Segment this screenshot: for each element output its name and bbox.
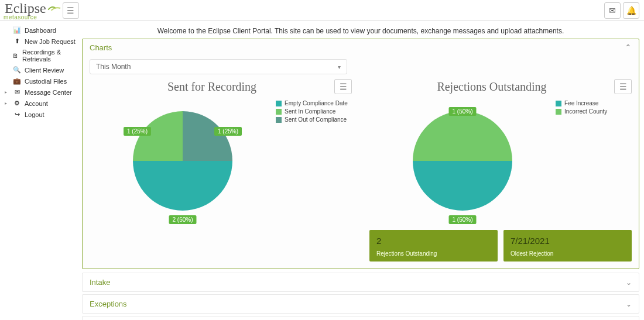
chevron-right-icon: ▸ xyxy=(5,90,8,95)
legend-label: Sent Out of Compliance xyxy=(285,116,347,123)
sidebar: 📊 Dashboard ⬆ New Job Request 🗎 Recordin… xyxy=(0,21,82,320)
charts-panel-header[interactable]: Charts ⌃ xyxy=(83,39,639,56)
pie-svg xyxy=(413,111,512,211)
dropdown-selected-label: This Month xyxy=(96,63,131,71)
legend-label: Incorrect County xyxy=(564,108,607,115)
legend-label: Fee Increase xyxy=(564,100,598,106)
sidebar-item-account[interactable]: ▸ ⚙ Account xyxy=(2,98,80,109)
chart-sent-for-recording: Sent for Recording ☰ xyxy=(90,79,352,261)
welcome-text: Welcome to the Eclipse Client Portal. Th… xyxy=(82,21,639,39)
main-content: Welcome to the Eclipse Client Portal. Th… xyxy=(82,21,644,320)
sidebar-item-logout[interactable]: ↪ Logout xyxy=(2,109,80,120)
stat-card-rejections-outstanding: 2 Rejections Outstanding xyxy=(369,230,498,261)
chart-legend: Empty Compliance Date Sent In Compliance… xyxy=(276,97,352,125)
messages-button[interactable]: ✉ xyxy=(604,2,621,19)
accordion-title: Exceptions xyxy=(90,300,127,308)
stat-value: 7/21/2021 xyxy=(511,236,625,246)
slice-label: 1 (25%) xyxy=(124,127,151,136)
accordion-exceptions[interactable]: Exceptions ⌄ xyxy=(82,294,639,314)
pie-svg xyxy=(133,111,232,211)
slice-label: 1 (25%) xyxy=(214,127,242,136)
legend-swatch xyxy=(276,101,282,106)
stat-card-oldest-rejection: 7/21/2021 Oldest Rejection xyxy=(503,230,632,261)
legend-item: Empty Compliance Date xyxy=(276,100,352,106)
stat-label: Rejections Outstanding xyxy=(376,250,491,257)
legend-label: Sent In Compliance xyxy=(285,108,335,115)
notifications-button[interactable]: 🔔 xyxy=(623,2,639,19)
envelope-icon: ✉ xyxy=(13,88,21,96)
panel-title: Charts xyxy=(90,43,112,52)
gear-icon: ⚙ xyxy=(13,99,21,107)
logo: Eclipse metasource xyxy=(5,1,63,20)
envelope-icon: ✉ xyxy=(609,6,616,15)
sidebar-item-label: Account xyxy=(25,100,48,107)
document-icon: 🗎 xyxy=(12,52,19,59)
legend-swatch xyxy=(556,109,561,115)
chart-legend: Fee Increase Incorrect County xyxy=(556,97,632,116)
legend-item: Sent Out of Compliance xyxy=(276,116,352,123)
accordion-title: Intake xyxy=(90,278,110,287)
chart-menu-button[interactable]: ☰ xyxy=(614,79,632,94)
legend-swatch xyxy=(556,101,561,106)
chart-title: Sent for Recording xyxy=(90,80,334,94)
hamburger-icon: ☰ xyxy=(340,82,347,91)
stat-value: 2 xyxy=(376,236,491,246)
chevron-down-icon: ⌄ xyxy=(626,278,632,287)
topbar: Eclipse metasource ☰ ✉ 🔔 xyxy=(0,0,644,21)
sidebar-item-label: Client Review xyxy=(25,67,64,74)
legend-swatch xyxy=(276,117,282,123)
sidebar-item-label: Custodial Files xyxy=(25,78,67,85)
accordion-completed[interactable]: Completed ⌄ xyxy=(82,316,639,320)
logo-swoosh-icon xyxy=(47,4,63,13)
chart-menu-button[interactable]: ☰ xyxy=(334,79,352,94)
legend-swatch xyxy=(276,109,282,115)
hamburger-icon: ☰ xyxy=(67,6,74,15)
charts-panel: Charts ⌃ This Month ▾ Sent for Recording xyxy=(82,39,639,269)
stat-label: Oldest Rejection xyxy=(511,250,625,257)
sidebar-item-label: Dashboard xyxy=(25,27,56,34)
time-range-dropdown[interactable]: This Month ▾ xyxy=(90,59,347,74)
legend-item: Fee Increase xyxy=(556,100,632,106)
chart-title: Rejections Outstanding xyxy=(369,80,614,94)
chevron-up-icon: ⌃ xyxy=(625,43,632,52)
pie-chart: 1 (50%) 1 (50%) xyxy=(369,97,556,225)
sidebar-item-custodial-files[interactable]: 💼 Custodial Files xyxy=(2,75,80,87)
sidebar-item-recordings[interactable]: 🗎 Recordings & Retrievals xyxy=(2,47,80,64)
search-icon: 🔍 xyxy=(13,66,21,74)
briefcase-icon: 💼 xyxy=(13,77,21,85)
bar-chart-icon: 📊 xyxy=(13,26,21,34)
legend-label: Empty Compliance Date xyxy=(285,100,348,106)
slice-label: 1 (50%) xyxy=(448,107,476,116)
sidebar-item-client-review[interactable]: 🔍 Client Review xyxy=(2,64,80,75)
sidebar-item-label: New Job Request xyxy=(25,38,76,45)
sidebar-item-label: Message Center xyxy=(25,89,72,96)
chevron-down-icon: ⌄ xyxy=(626,300,632,308)
chevron-down-icon: ▾ xyxy=(338,64,341,70)
sidebar-item-label: Logout xyxy=(25,111,44,118)
hamburger-toggle-button[interactable]: ☰ xyxy=(63,2,79,19)
legend-item: Incorrect County xyxy=(556,108,632,115)
slice-label: 2 (50%) xyxy=(169,215,196,224)
accordion-intake[interactable]: Intake ⌄ xyxy=(82,273,639,292)
pie-chart: 2 (50%) 1 (25%) 1 (25%) xyxy=(90,97,276,225)
upload-icon: ⬆ xyxy=(13,37,21,45)
sidebar-item-label: Recordings & Retrievals xyxy=(22,49,77,63)
sidebar-item-new-job-request[interactable]: ⬆ New Job Request xyxy=(2,36,80,47)
logo-sub-text: metasource xyxy=(4,14,63,20)
logout-icon: ↪ xyxy=(13,111,21,118)
sidebar-item-message-center[interactable]: ▸ ✉ Message Center xyxy=(2,87,80,98)
chevron-right-icon: ▸ xyxy=(5,101,8,106)
sidebar-item-dashboard[interactable]: 📊 Dashboard xyxy=(2,25,80,36)
slice-label: 1 (50%) xyxy=(448,215,476,224)
bell-icon: 🔔 xyxy=(626,6,636,15)
chart-rejections-outstanding: Rejections Outstanding ☰ xyxy=(369,79,632,261)
hamburger-icon: ☰ xyxy=(619,82,627,91)
legend-item: Sent In Compliance xyxy=(276,108,352,115)
